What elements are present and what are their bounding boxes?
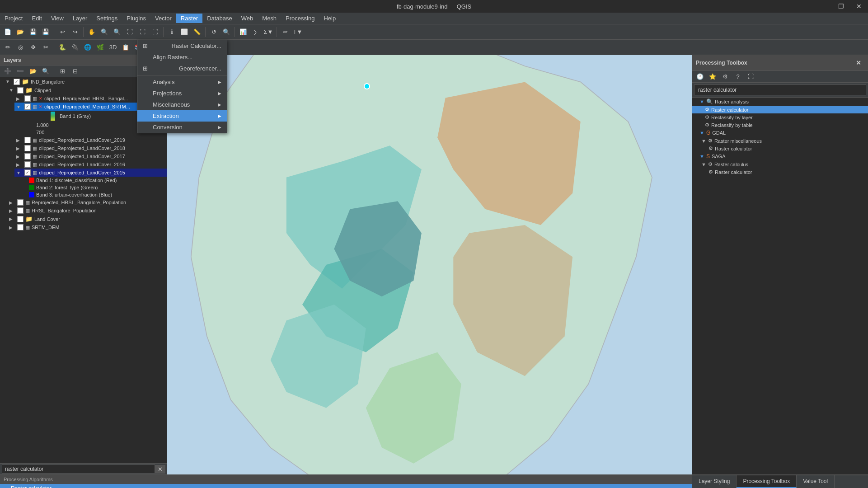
toolbox-favorites-btn[interactable]: ⭐: [707, 71, 718, 83]
expand-all-btn[interactable]: ⊞: [56, 66, 68, 77]
menu-plugins[interactable]: Plugins: [122, 14, 150, 23]
zoom-full-btn[interactable]: ⛶: [124, 26, 136, 38]
layer-checkbox[interactable]: [17, 224, 23, 230]
attr-table-btn[interactable]: 📊: [237, 26, 249, 38]
menu-database[interactable]: Database: [202, 14, 237, 23]
menu-miscellaneous[interactable]: Miscellaneous ▶: [167, 99, 227, 110]
layer-checkbox[interactable]: [17, 199, 23, 206]
tree-group-raster-calculus[interactable]: ▼ ⚙ Raster calculus: [692, 160, 868, 168]
map-area[interactable]: ⊞ Raster Calculator... Align Rasters... …: [167, 55, 692, 474]
menu-layer[interactable]: Layer: [68, 14, 92, 23]
toolbox-recent-btn[interactable]: 🕐: [694, 71, 706, 83]
open-btn[interactable]: 📂: [14, 26, 26, 38]
tree-group-raster-misc[interactable]: ▼ ⚙ Raster miscellaneous: [692, 137, 868, 145]
3d-btn[interactable]: 3D: [107, 42, 119, 53]
save-btn[interactable]: 💾: [27, 26, 39, 38]
layer-item[interactable]: ▶ ▦ clipped_Reprojected_LandCover_2018: [14, 144, 167, 152]
menu-georeferencer[interactable]: ⊞ Georeferencer...: [167, 63, 227, 74]
layer-item[interactable]: ▶ ▦ clipped_Reprojected_LandCover_2017: [14, 152, 167, 160]
tree-tool-reclassify-table[interactable]: ⚙ Reclassify by table: [692, 121, 868, 129]
pan-btn[interactable]: ✋: [86, 26, 98, 38]
tree-group-saga[interactable]: ▼ S SAGA: [692, 152, 868, 160]
close-button[interactable]: ✕: [850, 0, 868, 13]
tab-layer-styling[interactable]: Layer Styling: [692, 475, 737, 488]
tree-group-raster-analysis[interactable]: ▼ 🔍 Raster analysis: [692, 98, 868, 106]
toolbox-help-btn[interactable]: ?: [732, 71, 744, 83]
menu-web[interactable]: Web: [237, 14, 258, 23]
tree-group-gdal[interactable]: ▼ G GDAL: [692, 129, 868, 137]
tree-tool-reclassify-layer[interactable]: ⚙ Reclassify by layer: [692, 113, 868, 121]
menu-processing[interactable]: Processing: [281, 14, 319, 23]
layer-checkbox[interactable]: [24, 95, 31, 102]
layer-checkbox[interactable]: [24, 137, 31, 143]
grass-btn[interactable]: 🌿: [94, 42, 106, 53]
collapse-all-btn[interactable]: ⊟: [69, 66, 81, 77]
layer-item[interactable]: ▶ 📁 Land Cover: [7, 215, 167, 223]
node-btn[interactable]: ◎: [14, 42, 26, 53]
open-layer-btn[interactable]: 📂: [27, 66, 39, 77]
layer-item[interactable]: ▶ ▦ clipped_Reprojected_LandCover_2019: [14, 136, 167, 144]
menu-edit[interactable]: Edit: [27, 14, 46, 23]
menu-align-rasters[interactable]: Align Rasters...: [167, 55, 227, 63]
field-calc-btn[interactable]: Σ▼: [263, 26, 274, 38]
layer-checkbox[interactable]: [17, 216, 23, 222]
tree-tool-gdal-calc[interactable]: ⚙ Raster calculator: [692, 145, 868, 152]
remove-layer-btn[interactable]: ➖: [14, 66, 26, 77]
measure-btn[interactable]: 📏: [191, 26, 203, 38]
label-btn[interactable]: T▼: [292, 26, 304, 38]
layer-checkbox[interactable]: [24, 145, 31, 151]
layer-item[interactable]: ▶ ▦ Reprojected_HRSL_Bangalore_Populatio…: [7, 198, 167, 206]
menu-conversion[interactable]: Conversion ▶: [167, 122, 227, 133]
layer-checkbox[interactable]: [24, 161, 31, 168]
zoom-selected-btn[interactable]: ⛶: [149, 26, 161, 38]
layer-item[interactable]: ▶ ▦ clipped_Reprojected_LandCover_2016: [14, 160, 167, 169]
restore-button[interactable]: ❐: [832, 0, 850, 13]
minimize-button[interactable]: —: [814, 0, 832, 13]
add-layer-btn[interactable]: ➕: [2, 66, 14, 77]
python-btn[interactable]: 🐍: [56, 42, 68, 53]
layer-checkbox[interactable]: [17, 207, 23, 214]
globe-btn[interactable]: 🌐: [82, 42, 94, 53]
filter-layer-btn[interactable]: 🔍: [40, 66, 52, 77]
layer-checkbox[interactable]: [17, 87, 23, 94]
layer-checkbox[interactable]: [14, 79, 20, 85]
digitize-btn[interactable]: ✏: [279, 26, 291, 38]
toolbox-search-input[interactable]: [694, 84, 866, 95]
menu-projections[interactable]: Projections ▶: [167, 88, 227, 99]
processing-item[interactable]: ⚙ Raster calculator: [0, 484, 692, 488]
toolbox-close-btn[interactable]: ✕: [853, 57, 864, 69]
refresh-btn[interactable]: ↺: [208, 26, 220, 38]
tree-tool-saga-calc[interactable]: ⚙ Raster calculator: [692, 168, 868, 176]
menu-help[interactable]: Help: [319, 14, 340, 23]
menu-view[interactable]: View: [47, 14, 68, 23]
layer-item[interactable]: ▶ ▦ HRSL_Bangalore_Population: [7, 206, 167, 215]
layer-checkbox[interactable]: [24, 169, 31, 176]
zoom-layer-btn[interactable]: ⛶: [136, 26, 148, 38]
bottom-search-clear-btn[interactable]: ✕: [155, 465, 165, 474]
menu-extraction[interactable]: Extraction ▶: [167, 110, 227, 122]
layer-item[interactable]: ▼ ▦ clipped_Reprojected_LandCover_2015: [14, 169, 167, 177]
filter-btn[interactable]: 🔍: [221, 26, 232, 38]
delete-btn[interactable]: ✂: [40, 42, 52, 53]
bottom-search-input[interactable]: [2, 465, 155, 474]
layout-btn[interactable]: 📋: [120, 42, 131, 53]
plugin-btn[interactable]: 🔌: [69, 42, 81, 53]
toolbox-settings-btn[interactable]: ⚙: [719, 71, 731, 83]
save-as-btn[interactable]: 💾: [40, 26, 52, 38]
tab-processing-toolbox[interactable]: Processing Toolbox: [737, 475, 797, 488]
move-btn[interactable]: ✥: [27, 42, 39, 53]
zoom-out-btn[interactable]: 🔍: [111, 26, 123, 38]
layer-checkbox[interactable]: [24, 153, 31, 160]
toolbox-expand-btn[interactable]: ⛶: [745, 71, 756, 83]
menu-raster[interactable]: Raster: [176, 14, 202, 23]
identify-btn[interactable]: ℹ: [166, 26, 178, 38]
menu-settings[interactable]: Settings: [92, 14, 122, 23]
menu-project[interactable]: Project: [0, 14, 27, 23]
layer-item[interactable]: ▶ ▦ SRTM_DEM: [7, 223, 167, 231]
menu-vector[interactable]: Vector: [150, 14, 176, 23]
menu-analysis[interactable]: Analysis ▶: [167, 76, 227, 88]
tree-tool-raster-calc[interactable]: ⚙ Raster calculator: [692, 106, 868, 113]
redo-btn[interactable]: ↪: [69, 26, 81, 38]
select-btn[interactable]: ⬜: [178, 26, 190, 38]
edit-btn[interactable]: ✏: [2, 42, 14, 53]
